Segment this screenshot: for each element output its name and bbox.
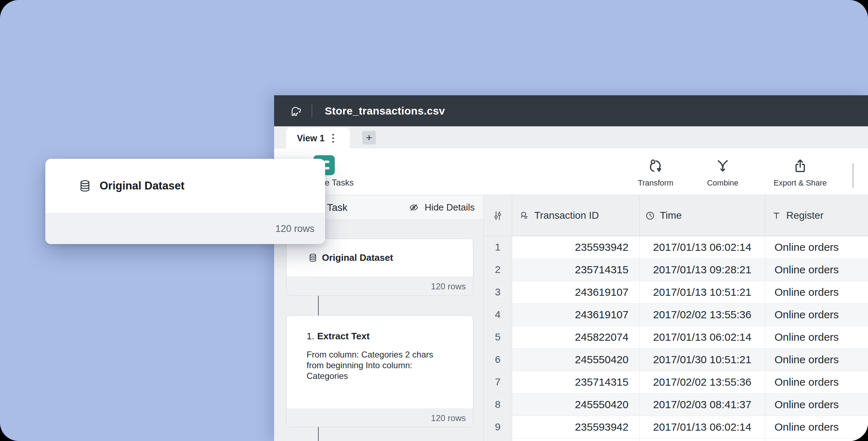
cell-register[interactable]: Online orders — [765, 236, 868, 258]
table-row: 8 245550420 2017/02/03 08:41:37 Online o… — [484, 394, 868, 416]
cell-time[interactable]: 2017/02/02 13:55:36 — [640, 371, 765, 393]
cell-register[interactable]: Online orders — [765, 349, 868, 371]
cell-time[interactable]: 2017/02/03 08:41:37 — [640, 394, 765, 416]
pipeline-node-extract-text[interactable]: 1.Extract Text From column: Categories 2… — [286, 315, 473, 427]
table-row: 4 243619107 2017/02/02 13:55:36 Online o… — [484, 304, 868, 326]
grid-header-row: Transaction ID Time Register — [484, 195, 868, 236]
cell-transaction-id[interactable]: 243619107 — [512, 304, 640, 326]
row-number: 5 — [484, 326, 512, 348]
cell-time[interactable]: 2017/01/13 10:51:21 — [640, 281, 765, 303]
screenshot-background: Original Dataset 120 rows Store_transact… — [0, 0, 868, 441]
cell-register[interactable]: Online orders — [765, 371, 868, 393]
cell-time[interactable]: 2017/01/13 06:02:14 — [640, 416, 765, 438]
pipeline-connector — [318, 296, 319, 315]
export-share-button[interactable]: Export & Share — [764, 155, 836, 192]
cell-time[interactable]: 2017/01/13 09:28:21 — [640, 259, 765, 281]
step-title-row: 1.Extract Text — [307, 331, 370, 342]
cell-register[interactable]: Online orders — [765, 326, 868, 348]
table-row: 6 245550420 2017/01/30 10:51:21 Online o… — [484, 349, 868, 371]
cell-transaction-id[interactable]: 235714315 — [512, 259, 640, 281]
overlay-card-title: Original Dataset — [100, 179, 185, 192]
cell-register — [765, 439, 868, 441]
tab-view-1[interactable]: View 1 — [286, 128, 350, 148]
table-row: 1 235593942 2017/01/13 06:02:14 Online o… — [484, 236, 868, 259]
table-row: 9 235593942 2017/01/13 06:02:14 Online o… — [484, 416, 868, 439]
toolbar: Transform Combine Export & Share — [274, 148, 868, 195]
node-footer: 120 rows — [287, 409, 473, 427]
cell-time — [640, 439, 765, 441]
cell-transaction-id[interactable]: 245550420 — [512, 349, 640, 371]
row-number: 7 — [484, 371, 512, 393]
column-header-register[interactable]: Register — [765, 195, 868, 236]
cell-transaction-id[interactable]: 235593942 — [512, 236, 640, 258]
tab-view-1-label: View 1 — [297, 133, 324, 143]
cell-time[interactable]: 2017/01/30 10:51:21 — [640, 349, 765, 371]
combine-icon — [715, 158, 731, 174]
cell-time[interactable]: 2017/01/13 06:02:14 — [640, 236, 765, 258]
transform-button[interactable]: Transform — [620, 155, 691, 192]
row-number: 2 — [484, 259, 512, 281]
node-row-count: 120 rows — [431, 282, 466, 292]
pipeline-connector — [318, 427, 319, 441]
combine-button[interactable]: Combine — [687, 155, 758, 192]
transform-icon — [647, 158, 664, 174]
hide-details-label: Hide Details — [425, 202, 475, 213]
row-number: 9 — [484, 416, 512, 438]
add-view-button[interactable]: + — [362, 131, 376, 145]
grid-settings-header[interactable] — [484, 195, 512, 236]
cell-transaction-id[interactable]: 245822074 — [512, 326, 640, 348]
row-number — [484, 439, 512, 441]
overlay-card-body: Original Dataset — [45, 159, 325, 213]
row-number: 4 — [484, 304, 512, 326]
column-header-transaction-id[interactable]: Transaction ID — [512, 195, 640, 236]
cell-transaction-id[interactable]: 243619107 — [512, 281, 640, 303]
sliders-icon — [492, 210, 503, 221]
overlay-card-footer: 120 rows — [45, 213, 325, 244]
overlay-row-count: 120 rows — [275, 223, 314, 234]
original-dataset-overlay-card[interactable]: Original Dataset 120 rows — [45, 159, 325, 244]
pipeline-node-original-dataset[interactable]: Original Dataset 120 rows — [286, 239, 473, 296]
table-row: 5 245822074 2017/01/13 06:02:14 Online o… — [484, 326, 868, 349]
data-grid: Transaction ID Time Register — [483, 195, 868, 441]
table-row: 7 235714315 2017/02/02 13:55:36 Online o… — [484, 371, 868, 394]
app-window: Store_transactions.csv View 1 + Transfor… — [274, 95, 868, 441]
toolbar-divider — [853, 163, 853, 188]
elephant-logo-icon[interactable] — [290, 105, 303, 117]
cell-register[interactable]: Online orders — [765, 259, 868, 281]
cell-register[interactable]: Online orders — [765, 304, 868, 326]
transform-label: Transform — [638, 178, 673, 188]
titlebar-divider — [312, 105, 312, 117]
column-label: Register — [786, 210, 823, 221]
task-panel-title: Task — [327, 195, 348, 220]
column-header-time[interactable]: Time — [640, 195, 765, 236]
step-number: 1. — [307, 331, 314, 341]
tab-options-kebab-icon[interactable] — [332, 134, 334, 143]
cell-register[interactable]: Online orders — [765, 416, 868, 438]
cell-time[interactable]: 2017/01/13 06:02:14 — [640, 326, 765, 348]
database-icon — [78, 179, 92, 193]
file-title: Store_transactions.csv — [325, 95, 445, 126]
cell-transaction-id[interactable]: 235593942 — [512, 416, 640, 438]
titlebar: Store_transactions.csv — [274, 95, 868, 126]
cell-time[interactable]: 2017/02/02 13:55:36 — [640, 304, 765, 326]
cell-register[interactable]: Online orders — [765, 394, 868, 416]
cell-transaction-id[interactable]: 245550420 — [512, 394, 640, 416]
export-share-icon — [792, 158, 808, 174]
node-title: Original Dataset — [322, 252, 393, 263]
cell-register[interactable]: Online orders — [765, 281, 868, 303]
column-label: Transaction ID — [534, 210, 599, 221]
table-row-partial — [484, 439, 868, 441]
database-icon — [308, 253, 318, 263]
table-row: 3 243619107 2017/01/13 10:51:21 Online o… — [484, 281, 868, 304]
combine-label: Combine — [707, 178, 738, 188]
row-number: 1 — [484, 236, 512, 258]
hide-details-button[interactable]: Hide Details — [408, 195, 475, 220]
cell-transaction-id[interactable]: 235714315 — [512, 371, 640, 393]
text-type-icon — [771, 210, 782, 221]
node-footer: 120 rows — [287, 277, 473, 296]
step-title: Extract Text — [317, 331, 370, 341]
view-tabstrip: View 1 + — [274, 126, 868, 148]
grid-body: 1 235593942 2017/01/13 06:02:14 Online o… — [484, 236, 868, 441]
eye-off-icon — [408, 202, 419, 213]
row-number: 6 — [484, 349, 512, 371]
